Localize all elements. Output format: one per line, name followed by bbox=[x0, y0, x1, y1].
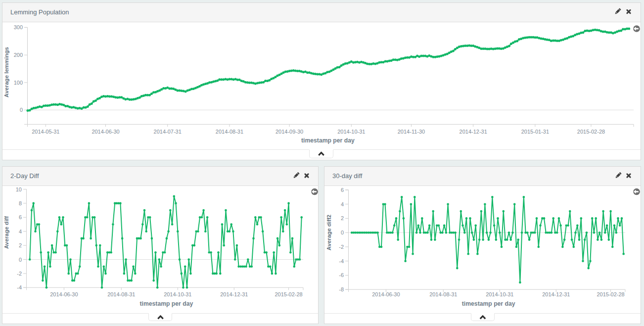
svg-text:-2: -2 bbox=[17, 271, 22, 277]
svg-text:100: 100 bbox=[14, 80, 23, 86]
svg-text:2014-08-31: 2014-08-31 bbox=[216, 129, 243, 135]
svg-text:2015-02-28: 2015-02-28 bbox=[597, 291, 624, 297]
svg-text:-8: -8 bbox=[339, 286, 344, 292]
svg-text:200: 200 bbox=[14, 52, 23, 58]
svg-text:-4: -4 bbox=[339, 258, 344, 264]
svg-text:2014-06-30: 2014-06-30 bbox=[372, 291, 400, 297]
svg-text:2014-06-30: 2014-06-30 bbox=[50, 291, 78, 297]
svg-text:2014-12-31: 2014-12-31 bbox=[460, 129, 487, 135]
svg-text:2014-09-30: 2014-09-30 bbox=[276, 129, 303, 135]
svg-text:2014-08-31: 2014-08-31 bbox=[429, 291, 457, 297]
svg-text:2: 2 bbox=[341, 215, 344, 221]
svg-text:2015-02-28: 2015-02-28 bbox=[577, 129, 605, 135]
svg-text:-6: -6 bbox=[339, 272, 344, 278]
svg-text:300: 300 bbox=[14, 24, 23, 30]
svg-text:2014-12-31: 2014-12-31 bbox=[220, 291, 248, 297]
svg-text:-2: -2 bbox=[339, 244, 344, 250]
svg-text:2015-02-28: 2015-02-28 bbox=[275, 291, 302, 297]
svg-text:6: 6 bbox=[341, 187, 344, 193]
svg-text:2014-05-31: 2014-05-31 bbox=[32, 129, 59, 135]
svg-text:2014-07-31: 2014-07-31 bbox=[154, 129, 182, 135]
svg-text:2014-10-31: 2014-10-31 bbox=[337, 129, 365, 135]
svg-text:2014-08-31: 2014-08-31 bbox=[107, 291, 135, 297]
svg-text:-4: -4 bbox=[17, 284, 22, 290]
svg-text:2014-10-31: 2014-10-31 bbox=[164, 291, 191, 297]
svg-text:10: 10 bbox=[16, 186, 22, 192]
svg-text:2014-06-30: 2014-06-30 bbox=[92, 129, 119, 135]
svg-text:4: 4 bbox=[19, 229, 22, 234]
svg-text:2014-10-31: 2014-10-31 bbox=[486, 291, 513, 297]
svg-text:0: 0 bbox=[19, 257, 22, 263]
svg-text:2015-01-31: 2015-01-31 bbox=[521, 129, 549, 135]
svg-text:2014-12-31: 2014-12-31 bbox=[542, 291, 570, 297]
svg-text:8: 8 bbox=[19, 200, 22, 206]
svg-text:2014-11-30: 2014-11-30 bbox=[398, 129, 425, 135]
svg-text:2: 2 bbox=[19, 242, 22, 248]
svg-text:0: 0 bbox=[20, 107, 23, 113]
svg-text:4: 4 bbox=[341, 201, 344, 207]
svg-text:0: 0 bbox=[341, 230, 344, 235]
svg-text:6: 6 bbox=[19, 214, 22, 220]
